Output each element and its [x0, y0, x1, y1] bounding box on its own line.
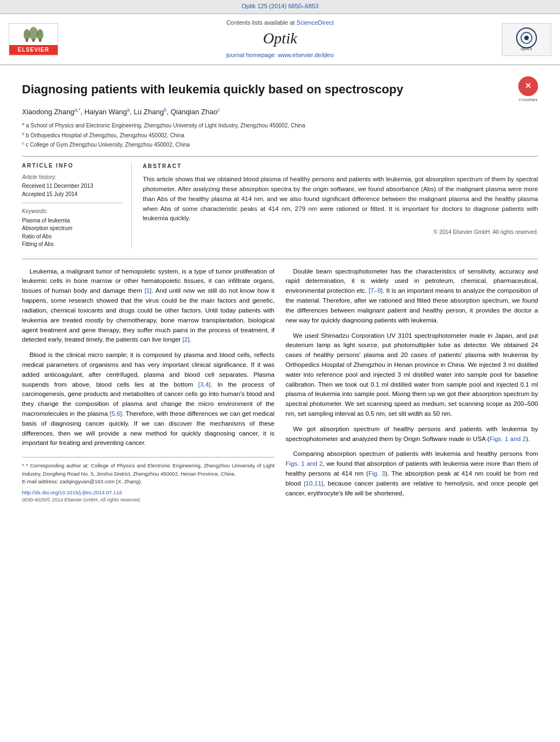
- affiliations: a a School of Physics and Electronic Eng…: [22, 121, 538, 149]
- journal-center: Contents lists available at ScienceDirec…: [65, 19, 495, 60]
- svg-point-1: [24, 29, 30, 40]
- star-note: * * Corresponding author at: College of …: [22, 462, 275, 478]
- info-divider: [22, 203, 122, 203]
- ref-fig-3[interactable]: Fig. 3: [368, 470, 385, 477]
- body-right-p4: Comparing absorption spectrum of patient…: [285, 449, 538, 498]
- title-row: Diagnosing patients with leukemia quickl…: [22, 76, 538, 103]
- author-xiaodong: Xiaodong Zhang: [22, 108, 74, 116]
- abstract-panel: ABSTRACT This article shows that we obta…: [143, 162, 538, 249]
- main-body: Leukemia, a malignant tumor of hemopolet…: [22, 259, 538, 504]
- footnote-area: * * Corresponding author at: College of …: [22, 457, 275, 504]
- authors-line: Xiaodong Zhanga,*, Haiyan Wanga, Lu Zhan…: [22, 107, 538, 118]
- email-line: E-mail address: zadqingyuan@163.com (X. …: [22, 478, 275, 486]
- svg-rect-4: [26, 39, 28, 42]
- optik-logo-graphic: optics: [507, 26, 546, 53]
- affiliation-b: b b Orthopedics Hospital of Zhengzhou, Z…: [22, 131, 538, 140]
- author-sup-a: a,*: [74, 107, 80, 113]
- homepage-url[interactable]: www.elsevier.de/ijleo: [278, 52, 334, 58]
- body-left-p2: Blood is the clinical micro sample; it i…: [22, 350, 275, 448]
- article-title: Diagnosing patients with leukemia quickl…: [22, 82, 513, 98]
- author-sup-a2: a: [127, 107, 130, 113]
- ref-7-9[interactable]: [7–9]: [368, 287, 383, 294]
- body-right-p2: We used Shimadzu Corporation UV 3101 spe…: [285, 331, 538, 419]
- ref-10-11[interactable]: [10,11]: [304, 480, 323, 487]
- ref-3-4[interactable]: [3,4]: [198, 381, 210, 388]
- author-qianqian: Qianqian Zhao: [171, 108, 217, 116]
- body-left-col: Leukemia, a malignant tumor of hemopolet…: [22, 267, 275, 504]
- history-label: Article history:: [22, 174, 122, 182]
- email-text: E-mail address: zadqingyuan@163.com (X. …: [22, 478, 142, 484]
- ref-figs-1-2-b[interactable]: Figs. 1 and 2: [285, 460, 323, 467]
- doi-text[interactable]: http://dx.doi.org/10.1016/j.ijleo.2014.0…: [22, 489, 122, 495]
- issn-line: 0030-4026/© 2014 Elsevier GmbH. All righ…: [22, 496, 275, 504]
- keyword-1: Absorption spectrum: [22, 225, 122, 233]
- svg-rect-3: [32, 39, 35, 42]
- affiliation-a: a a School of Physics and Electronic Eng…: [22, 121, 538, 130]
- crossmark-badge[interactable]: ✕ CrossMark: [518, 76, 538, 96]
- journal-name: Optik: [65, 27, 495, 50]
- accepted-date: Accepted 15 July 2014: [22, 191, 122, 199]
- article-info-panel: ARTICLE INFO Article history: Received 1…: [22, 162, 132, 249]
- crossmark-icon: ✕: [518, 76, 538, 96]
- optik-logo: optics: [502, 23, 551, 56]
- author-haiyan: Haiyan Wang: [85, 108, 127, 116]
- elsevier-tree-icon: [17, 24, 50, 43]
- body-right-p1: Double beam spectrophotometer has the ch…: [285, 267, 538, 326]
- svg-point-0: [29, 27, 38, 40]
- doi-text: Optik 125 (2014) 6850–6853: [242, 3, 318, 9]
- ref-figs-1-2[interactable]: Figs. 1 and 2: [489, 436, 525, 442]
- author-sup-b: b: [164, 107, 166, 113]
- copyright-line: © 2014 Elsevier GmbH. All rights reserve…: [143, 228, 538, 236]
- journal-homepage: journal homepage: www.elsevier.de/ijleo: [65, 51, 495, 60]
- keyword-3: Fitting of Abs: [22, 241, 122, 249]
- journal-header: ELSEVIER Contents lists available at Sci…: [0, 13, 560, 65]
- body-right-col: Double beam spectrophotometer has the ch…: [285, 267, 538, 504]
- contents-label: Contents lists available at: [226, 19, 295, 26]
- svg-rect-5: [39, 39, 41, 42]
- contents-line: Contents lists available at ScienceDirec…: [65, 19, 495, 27]
- keyword-0: Plasma of leukemia: [22, 217, 122, 225]
- star-note-text: * Corresponding author at: College of Ph…: [22, 462, 275, 476]
- doi-line[interactable]: http://dx.doi.org/10.1016/j.ijleo.2014.0…: [22, 489, 275, 496]
- received-date: Received 11 December 2013: [22, 182, 122, 191]
- ref-2[interactable]: [2]: [182, 336, 189, 343]
- article-content: Diagnosing patients with leukemia quickl…: [0, 65, 560, 515]
- author-lu: Lu Zhang: [133, 108, 164, 116]
- body-left-p1: Leukemia, a malignant tumor of hemopolet…: [22, 267, 275, 345]
- elsevier-label: ELSEVIER: [9, 45, 58, 55]
- ref-5-6[interactable]: [5,6]: [110, 410, 122, 417]
- svg-point-2: [37, 29, 43, 40]
- keyword-2: Ratio of Abs: [22, 233, 122, 241]
- elsevier-logo: ELSEVIER: [9, 23, 58, 56]
- affiliation-c: c c College of Gym Zhengzhou University,…: [22, 140, 538, 149]
- abstract-title: ABSTRACT: [143, 162, 538, 170]
- sciencedirect-link[interactable]: ScienceDirect: [296, 19, 334, 26]
- homepage-label: journal homepage:: [226, 52, 276, 58]
- ref-1[interactable]: [1]: [144, 287, 152, 294]
- keywords-label: Keywords:: [22, 208, 122, 216]
- info-abstract-row: ARTICLE INFO Article history: Received 1…: [22, 156, 538, 249]
- svg-point-8: [524, 36, 529, 40]
- abstract-text: This article shows that we obtained bloo…: [143, 175, 538, 224]
- doi-bar: Optik 125 (2014) 6850–6853: [0, 0, 560, 13]
- svg-text:optics: optics: [521, 46, 533, 51]
- article-info-title: ARTICLE INFO: [22, 162, 122, 170]
- author-sup-c: c: [217, 107, 220, 113]
- body-right-p3: We got absorption spectrum of healthy pe…: [285, 425, 538, 444]
